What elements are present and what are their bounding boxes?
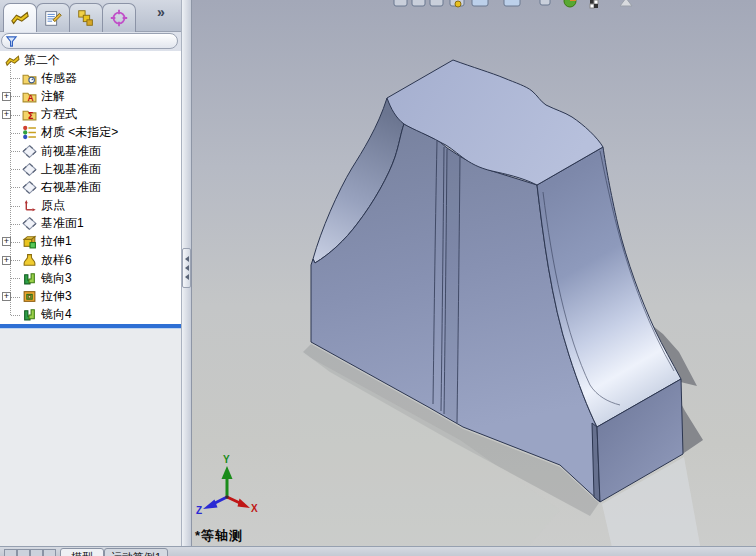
plane-icon [22,162,37,177]
feature-tree: 第二个传感器+A注解+Σ方程式材质 <未指定>前视基准面上视基准面右视基准面原点… [0,51,181,324]
panel-splitter[interactable] [181,0,192,546]
part-icon [5,53,20,68]
nav-first-button[interactable] [4,549,17,556]
extrude-icon [22,234,37,249]
tree-item-label: 上视基准面 [41,161,101,178]
panel-tab-bar: » [0,0,181,32]
tree-item-label: 镜向4 [41,306,72,323]
viewport-toolbar-clipped[interactable] [392,0,652,9]
tree-item[interactable]: 材质 <未指定> [0,124,181,142]
splitter-collapse-handle[interactable] [182,248,191,288]
tab-configurationmanager[interactable] [69,3,103,32]
expand-toggle[interactable]: + [2,237,11,246]
tree-item[interactable]: 前视基准面 [0,142,181,160]
tab-motion-study[interactable]: 运动算例1 [104,548,168,556]
panel-overflow-chevron[interactable]: » [157,4,165,20]
tree-item[interactable]: +A注解 [0,87,181,105]
triad-y-label: Y [223,454,230,465]
loft-icon [22,253,37,268]
plane-icon [22,180,37,195]
origin-icon [22,198,37,213]
propertymanager-tab-icon [43,8,63,28]
dimxpert-tab-icon [109,8,129,28]
tab-propertymanager[interactable] [36,3,70,32]
tree-item[interactable]: 传感器 [0,69,181,87]
plane-icon [22,144,37,159]
sensors-icon [22,71,37,86]
tree-item[interactable]: 镜向4 [0,306,181,324]
plane-icon [22,216,37,231]
tree-item[interactable]: +Σ方程式 [0,106,181,124]
funnel-icon [5,35,18,48]
tree-item[interactable]: +拉伸3 [0,287,181,305]
tree-item[interactable]: 原点 [0,197,181,215]
tree-item-label: 方程式 [41,106,77,123]
tree-item-label: 材质 <未指定> [41,124,118,141]
tab-model[interactable]: 模型 [60,548,104,556]
tree-item-label: 原点 [41,197,65,214]
tree-item[interactable]: 右视基准面 [0,178,181,196]
tree-item-label: 右视基准面 [41,179,101,196]
featuremanager-panel: » 第二个传感器+A注解+Σ方程式材质 <未指定>前视基准面上视基准面右视基准面… [0,0,181,546]
checker-icon [590,0,598,8]
expand-toggle[interactable]: + [2,292,11,301]
svg-text:Σ: Σ [28,111,34,121]
nav-next-button[interactable] [30,549,43,556]
svg-text:A: A [27,93,33,103]
expand-toggle[interactable]: + [2,256,11,265]
tree-item[interactable]: +拉伸1 [0,233,181,251]
extrude-hole-icon [22,289,37,304]
tree-item-label: 前视基准面 [41,143,101,160]
nav-prev-button[interactable] [17,549,30,556]
configurationmanager-tab-icon [76,8,96,28]
tree-item-label: 镜向3 [41,270,72,287]
tab-dimxpert[interactable] [102,3,136,32]
tree-item[interactable]: 镜向3 [0,269,181,287]
triad-x-label: X [251,503,258,514]
tree-filter-bar[interactable] [1,33,178,49]
tree-item[interactable]: 第二个 [0,51,181,69]
solidworks-window: Y Z X *等轴测 [0,0,756,556]
mirror-icon [22,271,37,286]
annotations-icon: A [22,89,37,104]
tree-item[interactable]: 基准面1 [0,215,181,233]
expand-toggle[interactable]: + [2,92,11,101]
equations-icon: Σ [22,107,37,122]
tab-featuremanager[interactable] [3,3,37,32]
tree-item-label: 放样6 [41,252,72,269]
bottom-tab-strip: 模型 运动算例1 [0,546,756,556]
tree-item-label: 注解 [41,88,65,105]
material-icon [22,125,37,140]
triad-z-label: Z [196,505,202,516]
panel-empty-area [0,329,181,546]
tree-item-label: 基准面1 [41,215,84,232]
tree-item-label: 拉伸1 [41,233,72,250]
mirror-icon [22,307,37,322]
expand-toggle[interactable]: + [2,110,11,119]
tree-item-label: 拉伸3 [41,288,72,305]
tree-item-label: 第二个 [24,52,60,69]
featuremanager-tab-icon [10,8,30,28]
view-orientation-label: *等轴测 [195,527,243,545]
tree-item[interactable]: +放样6 [0,251,181,269]
nav-last-button[interactable] [43,549,56,556]
tree-item-label: 传感器 [41,70,77,87]
tree-item[interactable]: 上视基准面 [0,160,181,178]
